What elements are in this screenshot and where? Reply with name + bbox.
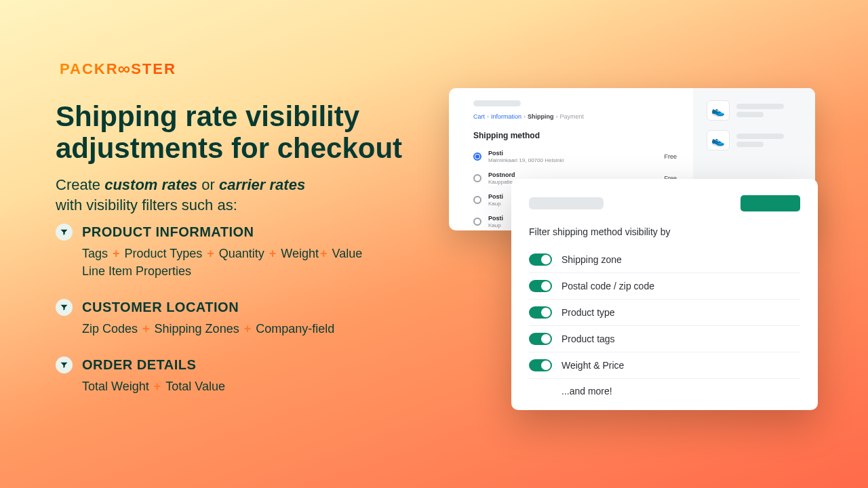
filter-toggle-row: Postal code / zip code — [529, 273, 800, 300]
skeleton-bar — [736, 134, 784, 139]
toggle-switch[interactable] — [529, 306, 552, 319]
toggle-switch[interactable] — [529, 253, 552, 266]
cart-line: 👟 — [707, 130, 802, 150]
filters-header: Filter shipping method visibility by — [529, 226, 800, 237]
subhead-em1: custom rates — [104, 176, 197, 193]
toggle-switch[interactable] — [529, 280, 552, 292]
filter-icon — [56, 357, 73, 373]
cart-line: 👟 — [707, 100, 802, 121]
bullet-title: CUSTOMER LOCATION — [82, 300, 239, 315]
filters-card: Filter shipping method visibility by Shi… — [511, 179, 818, 410]
skeleton-bar — [736, 104, 784, 109]
shipping-method-header: Shipping method — [473, 131, 677, 140]
brand-name-left: PACKR — [60, 60, 119, 78]
radio-icon[interactable] — [473, 152, 481, 161]
brand-name-right: STER — [131, 60, 176, 78]
toggle-switch[interactable] — [529, 359, 552, 371]
radio-icon[interactable] — [473, 196, 481, 204]
bullet-product-info: PRODUCT INFORMATION Tags + Product Types… — [56, 224, 435, 280]
filter-toggle-row: Product tags — [529, 326, 800, 352]
filter-label: Product tags — [561, 333, 615, 344]
page-headline: Shipping rate visibility adjustments for… — [56, 100, 435, 164]
feature-bullets: PRODUCT INFORMATION Tags + Product Types… — [56, 224, 435, 414]
sneaker-icon: 👟 — [707, 130, 730, 150]
brand-logo: PACKR ∞ STER — [60, 58, 176, 79]
shipping-sub: Malminkaari 19, 00700 Helsinki — [488, 157, 657, 163]
subhead-mid: or — [197, 176, 219, 193]
bullet-order-details: ORDER DETAILS Total Weight + Total Value — [56, 357, 435, 395]
subhead-em2: carrier rates — [219, 176, 305, 193]
filter-label: Postal code / zip code — [561, 281, 654, 291]
filter-toggle-row: Product type — [529, 300, 800, 326]
bullet-body: Total Weight + Total Value — [82, 378, 435, 395]
radio-icon[interactable] — [473, 218, 481, 226]
radio-icon[interactable] — [473, 174, 481, 182]
filters-more: ...and more! — [529, 379, 800, 401]
filter-icon — [56, 299, 73, 316]
filter-label: Product type — [561, 307, 615, 318]
filter-toggle-row: Weight & Price — [529, 352, 800, 379]
subhead-prefix: Create — [56, 176, 104, 193]
toggle-switch[interactable] — [529, 333, 552, 345]
filter-icon — [56, 224, 73, 241]
breadcrumb-shipping: Shipping — [528, 113, 554, 120]
bullet-title: ORDER DETAILS — [82, 357, 196, 373]
shipping-option[interactable]: Posti Malminkaari 19, 00700 Helsinki Fre… — [473, 147, 677, 169]
breadcrumb-information[interactable]: Information — [491, 113, 521, 120]
bullet-title: PRODUCT INFORMATION — [82, 224, 254, 240]
breadcrumb: Cart›Information›Shipping›Payment — [473, 113, 677, 120]
bullet-body: Tags + Product Types + Quantity + Weight… — [82, 245, 435, 280]
skeleton-bar — [473, 100, 521, 106]
filter-toggle-row: Shipping zone — [529, 247, 800, 273]
filter-label: Shipping zone — [561, 254, 622, 265]
filter-label: Weight & Price — [561, 360, 624, 371]
sneaker-icon: 👟 — [707, 100, 730, 121]
infinity-icon: ∞ — [118, 58, 132, 79]
skeleton-bar — [529, 197, 604, 209]
skeleton-bar — [736, 142, 764, 147]
breadcrumb-payment: Payment — [560, 113, 585, 120]
primary-action-button[interactable] — [741, 195, 800, 211]
subhead-suffix: with visibility filters such as: — [56, 197, 237, 214]
bullet-body: Zip Codes + Shipping Zones + Company-fie… — [82, 320, 435, 338]
shipping-name: Posti — [488, 150, 657, 157]
page-subhead: Create custom rates or carrier rates wit… — [56, 175, 408, 215]
shipping-name: Postnord — [488, 171, 657, 178]
skeleton-bar — [736, 112, 764, 117]
breadcrumb-cart[interactable]: Cart — [473, 113, 485, 120]
bullet-customer-location: CUSTOMER LOCATION Zip Codes + Shipping Z… — [56, 299, 435, 338]
shipping-price: Free — [664, 153, 677, 160]
